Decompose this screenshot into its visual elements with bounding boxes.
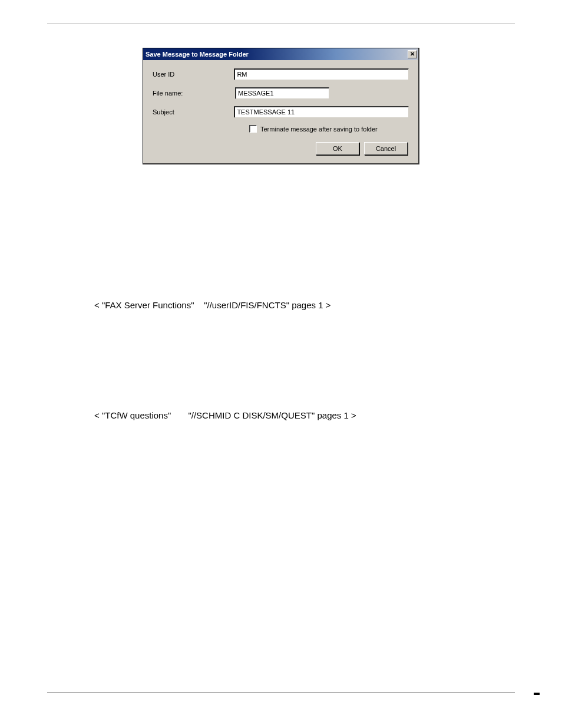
subject-field[interactable]	[234, 106, 409, 118]
top-divider	[47, 24, 515, 24]
code-example-1: < "FAX Server Functions" "//userID/FIS/F…	[94, 300, 515, 310]
cancel-button[interactable]: Cancel	[364, 142, 408, 155]
user-id-field[interactable]	[234, 68, 409, 80]
save-message-dialog: Save Message to Message Folder ✕ User ID…	[143, 48, 419, 164]
terminate-checkbox-label: Terminate message after saving to folder	[260, 126, 378, 133]
code-example-2: < "TCfW questions" "//SCHMID C DISK/SM/Q…	[94, 410, 515, 420]
user-id-label: User ID	[153, 71, 234, 78]
subject-label: Subject	[153, 108, 234, 116]
page-corner-mark	[534, 693, 540, 695]
terminate-checkbox[interactable]	[249, 125, 257, 133]
dialog-title: Save Message to Message Folder	[146, 51, 249, 58]
bottom-divider	[47, 692, 515, 693]
file-name-label: File name:	[153, 90, 235, 97]
file-name-field[interactable]	[235, 87, 329, 99]
close-icon[interactable]: ✕	[408, 50, 417, 58]
dialog-titlebar: Save Message to Message Folder ✕	[143, 48, 418, 60]
ok-button[interactable]: OK	[316, 142, 359, 155]
